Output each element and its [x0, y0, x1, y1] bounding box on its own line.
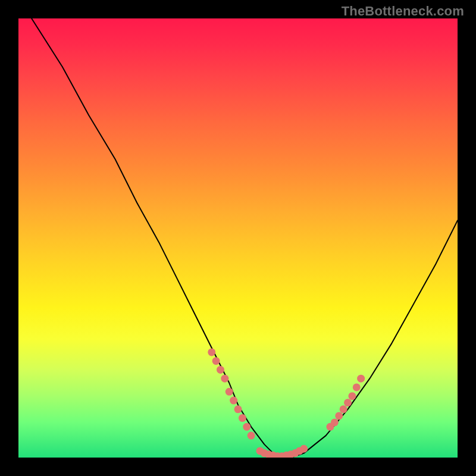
highlight-dot: [243, 423, 250, 431]
highlight-dot: [208, 348, 215, 356]
highlight-dot: [230, 397, 237, 405]
highlight-dot: [239, 414, 246, 422]
highlight-dot: [248, 432, 255, 440]
highlight-dot: [212, 357, 220, 365]
highlight-dot: [348, 392, 356, 400]
highlight-dot: [234, 405, 242, 413]
highlight-dot: [300, 445, 308, 453]
highlight-dot: [340, 405, 347, 413]
highlight-dot: [357, 375, 365, 383]
highlight-dot: [226, 388, 233, 396]
highlight-dot: [344, 399, 352, 406]
highlight-dot: [353, 383, 361, 391]
chart-plot-area: [18, 18, 458, 458]
highlight-dot: [217, 366, 224, 374]
curve-path: [32, 18, 458, 458]
chart-svg: [18, 18, 458, 458]
highlight-dot: [331, 418, 339, 426]
outer-frame: TheBottleneck.com: [0, 0, 476, 476]
highlight-dot: [221, 375, 228, 383]
attribution-text: TheBottleneck.com: [342, 4, 464, 19]
chart-layer: [32, 18, 458, 458]
highlight-dot: [335, 412, 343, 419]
